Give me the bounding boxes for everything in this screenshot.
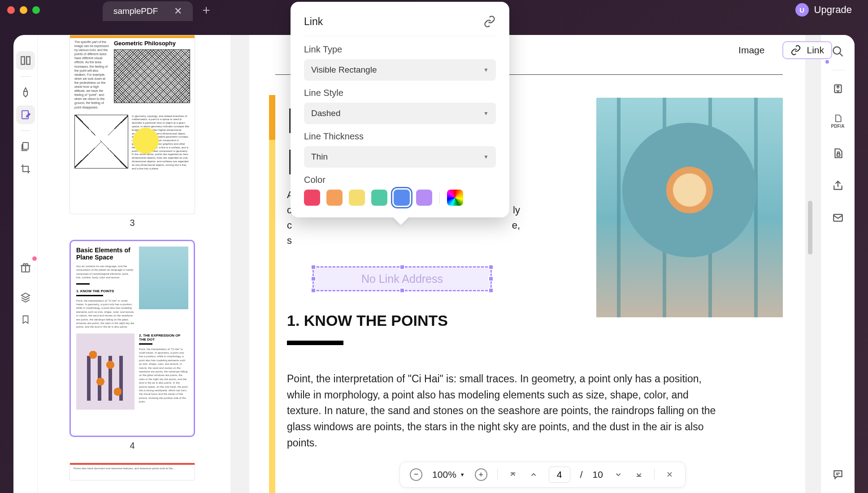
- layers-icon: [20, 292, 31, 303]
- window-minimize-button[interactable]: [20, 6, 27, 14]
- zoom-level-value: 100%: [432, 469, 456, 480]
- resize-handle-e[interactable]: [488, 276, 494, 281]
- pdfa-label: PDF/A: [831, 124, 845, 129]
- thumbnails-toggle-button[interactable]: [16, 51, 35, 70]
- tab-close-button[interactable]: ✕: [174, 5, 182, 17]
- resize-handle-w[interactable]: [311, 276, 316, 281]
- page-scrollbar[interactable]: [808, 201, 812, 255]
- window-close-button[interactable]: [7, 6, 15, 14]
- lock-file-icon: [832, 147, 844, 159]
- zoom-level-dropdown[interactable]: 100% ▼: [432, 469, 465, 480]
- crop-icon: [20, 164, 31, 174]
- color-swatch-blue[interactable]: [394, 190, 410, 206]
- link-properties-popover: Link Link Type Visible Rectangle ▼ Line …: [291, 2, 509, 217]
- page-image: [596, 98, 783, 317]
- line-style-select[interactable]: Dashed ▼: [304, 103, 496, 124]
- page-manager-button[interactable]: [16, 137, 35, 156]
- thumbnail-panel: The specific part of the image can be ex…: [38, 35, 230, 493]
- share-button[interactable]: [829, 177, 846, 194]
- last-page-button[interactable]: [634, 469, 644, 480]
- first-page-button[interactable]: [508, 469, 518, 480]
- svg-point-3: [833, 47, 840, 54]
- resize-handle-ne[interactable]: [488, 264, 494, 270]
- avatar[interactable]: U: [795, 3, 809, 17]
- chevron-top-icon: [509, 471, 517, 479]
- chevron-up-icon: [529, 471, 538, 479]
- link-annotation[interactable]: No Link Address: [312, 266, 492, 291]
- color-swatch-green[interactable]: [371, 190, 387, 206]
- zoom-in-button[interactable]: +: [475, 468, 487, 481]
- thumbnail-page-3[interactable]: The specific part of the image can be ex…: [69, 35, 195, 214]
- color-swatch-red[interactable]: [304, 190, 320, 206]
- chevron-down-icon: ▼: [483, 67, 489, 73]
- resize-handle-se[interactable]: [488, 288, 494, 293]
- rotate-icon: [832, 83, 844, 95]
- chevron-down-icon: ▼: [460, 472, 465, 477]
- pages-icon: [20, 141, 31, 152]
- edit-tool-button[interactable]: [16, 105, 35, 124]
- search-icon: [832, 45, 844, 58]
- resize-handle-nw[interactable]: [311, 264, 316, 270]
- resize-handle-sw[interactable]: [311, 288, 316, 293]
- line-thickness-label: Line Thickness: [304, 131, 496, 142]
- page-subheading: 1. KNOW THE POINTS: [287, 312, 448, 329]
- rotate-button[interactable]: [829, 80, 846, 97]
- link-tool-label: Link: [807, 45, 824, 56]
- thumbnail-page-4[interactable]: Basic Elements of Plane Space Any art co…: [69, 240, 195, 437]
- chevron-down-icon: ▼: [483, 154, 489, 160]
- thumb4-label: 4: [56, 441, 209, 451]
- thumb4-sub1: 1. KNOW THE POINTS: [76, 289, 135, 293]
- gift-icon: [20, 262, 31, 273]
- resize-handle-s[interactable]: [399, 288, 405, 293]
- page-body-paragraph: Point, the interpretation of "Ci Hai" is…: [287, 371, 725, 451]
- color-swatch-orange[interactable]: [326, 190, 343, 206]
- link-icon: [790, 45, 801, 56]
- zoom-out-button[interactable]: −: [410, 468, 422, 481]
- popover-title: Link: [304, 16, 323, 28]
- bookmark-icon: [21, 314, 30, 325]
- upgrade-button[interactable]: Upgrade: [814, 4, 852, 16]
- left-toolbar: [13, 35, 38, 493]
- color-swatch-custom[interactable]: [447, 190, 463, 206]
- thumb3-title: Geometric Philosophy: [114, 40, 190, 47]
- crop-tool-button[interactable]: [16, 160, 35, 178]
- zoom-toolbar: − 100% ▼ + / 10 ✕: [399, 462, 686, 488]
- color-swatch-purple[interactable]: [416, 190, 432, 206]
- close-zoombar-button[interactable]: ✕: [664, 469, 675, 480]
- line-style-label: Line Style: [304, 88, 496, 98]
- image-tool-button[interactable]: Image: [738, 45, 764, 56]
- image-tool-label: Image: [738, 45, 764, 56]
- email-button[interactable]: [829, 209, 846, 226]
- window-maximize-button[interactable]: [32, 6, 40, 14]
- gift-button[interactable]: [16, 258, 35, 277]
- protect-button[interactable]: [829, 145, 846, 162]
- new-tab-button[interactable]: ＋: [200, 1, 213, 18]
- resize-handle-n[interactable]: [399, 264, 405, 270]
- edit-page-icon: [20, 109, 31, 120]
- next-page-button[interactable]: [613, 469, 624, 480]
- link-type-value: Visible Rectangle: [311, 65, 377, 75]
- share-icon: [832, 180, 844, 191]
- highlighter-tool-button[interactable]: [16, 83, 35, 102]
- current-page-input[interactable]: [549, 467, 570, 483]
- svg-rect-1: [23, 143, 28, 149]
- book-open-icon: [20, 55, 31, 66]
- chevron-bottom-icon: [635, 471, 643, 479]
- thumb4-sub2: 2. THE EXPRESSION OF THE DOT: [139, 333, 188, 342]
- thumbnail-page-5[interactable]: Points also have dominant and recessive …: [69, 463, 195, 480]
- color-swatches: [304, 190, 496, 206]
- comment-button[interactable]: [829, 466, 846, 483]
- layers-button[interactable]: [16, 288, 35, 307]
- link-type-select[interactable]: Visible Rectangle ▼: [304, 59, 496, 81]
- link-annotation-placeholder: No Link Address: [361, 272, 443, 285]
- pdfa-button[interactable]: PDF/A: [829, 112, 846, 130]
- link-type-label: Link Type: [304, 44, 496, 55]
- tab-samplepdf[interactable]: samplePDF ✕: [103, 1, 193, 21]
- thumb3-label: 3: [56, 218, 209, 228]
- color-swatch-yellow[interactable]: [349, 190, 365, 206]
- prev-page-button[interactable]: [528, 469, 539, 480]
- comment-icon: [832, 469, 844, 480]
- line-thickness-select[interactable]: Thin ▼: [304, 146, 496, 168]
- bookmark-button[interactable]: [16, 310, 35, 329]
- link-tool-button[interactable]: Link: [782, 41, 832, 59]
